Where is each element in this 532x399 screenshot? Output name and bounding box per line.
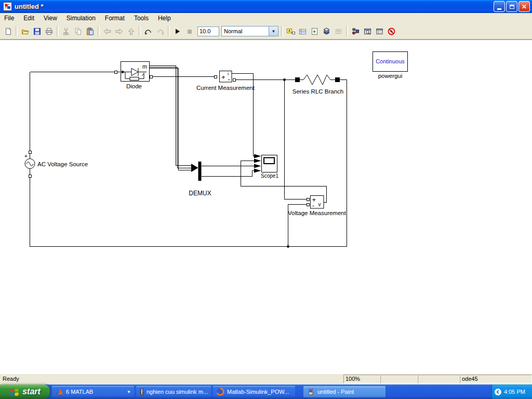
start-label: start [22, 387, 41, 396]
matlab-icon [55, 388, 63, 396]
menu-edit[interactable]: Edit [19, 14, 39, 23]
debug-icon[interactable] [350, 25, 362, 37]
menu-file[interactable]: File [0, 14, 19, 23]
sim-stop-time-input[interactable] [197, 26, 219, 36]
model-canvas[interactable]: m Diode + i - Current Measurement Series… [0, 39, 532, 374]
wire-junction-dot [287, 245, 289, 248]
taskbar-button-firefox[interactable]: Matlab-Simulink_POW... [213, 386, 295, 397]
toolbar: Normal ▼ [0, 23, 532, 39]
series-rlc-branch-block[interactable]: Series RLC Branch [292, 75, 343, 95]
play-icon[interactable] [171, 25, 183, 37]
wire-demux-out2-to-scope[interactable] [202, 171, 255, 177]
toolbar-separator [168, 26, 170, 36]
model-browser-icon[interactable] [297, 25, 309, 37]
start-button[interactable]: start [0, 384, 50, 399]
sim-mode-select[interactable]: Normal ▼ [221, 26, 278, 36]
menu-help[interactable]: Help [153, 14, 176, 23]
print-icon[interactable] [43, 25, 55, 37]
wire-right[interactable] [340, 80, 347, 247]
undo-icon[interactable] [142, 25, 154, 37]
menu-tools[interactable]: Tools [129, 14, 153, 23]
taskbar-button-winrar-doc[interactable]: nghien cuu simulink m... [136, 386, 211, 397]
library-browser-icon[interactable] [285, 25, 297, 37]
menu-format[interactable]: Format [100, 14, 129, 23]
wire-junction-to-vmplus[interactable] [285, 80, 307, 200]
minimize-button[interactable] [494, 1, 505, 12]
vm-minus-label: - [312, 202, 314, 209]
demux-input-arrow [191, 164, 198, 172]
ac-voltage-source-block[interactable]: + AC Voltage Source [24, 153, 88, 169]
sim-mode-value: Normal [222, 28, 269, 34]
port[interactable] [307, 203, 309, 206]
taskbar-button-matlab[interactable]: 6 MATLAB ▼ [52, 386, 134, 397]
port[interactable] [29, 175, 31, 177]
menu-view[interactable]: View [39, 14, 62, 23]
toolbar-separator [281, 26, 283, 36]
current-measurement-label[interactable]: Current Measurement [196, 85, 255, 91]
wire-mux-1[interactable] [150, 66, 191, 166]
model-explorer-icon[interactable] [374, 25, 385, 37]
port[interactable] [115, 71, 117, 73]
series-rlc-label[interactable]: Series RLC Branch [292, 88, 343, 95]
powergui-label[interactable]: powergui [378, 73, 403, 79]
collapse-tray-icon[interactable] [494, 388, 502, 396]
paint-icon [307, 388, 315, 396]
toolbar-separator [139, 26, 141, 36]
up-icon [125, 25, 137, 37]
port[interactable] [29, 151, 31, 154]
tray-clock: 4:05 PM [504, 389, 525, 395]
diode-label[interactable]: Diode [126, 83, 142, 89]
close-icon: ✕ [522, 3, 527, 10]
demux-label[interactable]: DEMUX [189, 190, 211, 197]
simulink-app-icon [3, 2, 12, 11]
wire-mux-2[interactable] [150, 67, 191, 168]
taskbar-button-label: untitled - Paint [317, 389, 354, 395]
update-diagram-icon[interactable] [309, 25, 321, 37]
status-message: Ready [3, 376, 19, 382]
close-button[interactable]: ✕ [518, 1, 530, 12]
voltage-measurement-label[interactable]: Voltage Measurement [288, 210, 347, 216]
new-icon[interactable] [2, 25, 14, 37]
ac-source-plus-label: + [24, 153, 28, 159]
title-bar: untitled * ✕ [0, 0, 532, 13]
port[interactable] [215, 75, 217, 78]
current-measurement-block[interactable]: + i - Current Measurement [196, 71, 255, 91]
port[interactable] [150, 75, 153, 78]
toolbar-separator [16, 26, 18, 36]
find-icon[interactable] [362, 25, 374, 37]
port[interactable] [307, 198, 309, 201]
menu-simulation[interactable]: Simulation [62, 14, 100, 23]
wire-mux-3[interactable] [150, 69, 191, 170]
restore-icon [510, 5, 514, 9]
taskbar-button-paint[interactable]: untitled - Paint [303, 386, 385, 397]
voltage-measurement-block[interactable]: + - v Voltage Measurement [288, 196, 347, 216]
build-icon[interactable] [321, 25, 332, 37]
back-icon [101, 25, 113, 37]
scope-input2-arrow [254, 159, 261, 163]
status-solver: ode45 [460, 375, 532, 383]
paste-icon[interactable] [84, 25, 96, 37]
powergui-block[interactable]: Continuous powergui [373, 52, 408, 79]
diode-block[interactable]: m Diode [121, 62, 150, 90]
open-icon[interactable] [19, 25, 31, 37]
chevron-down-icon[interactable]: ▼ [269, 26, 278, 36]
chevron-down-icon[interactable]: ▼ [127, 390, 131, 394]
ac-voltage-source-label[interactable]: AC Voltage Source [37, 161, 88, 167]
stop-icon [183, 25, 195, 37]
wire-junction-dot [283, 78, 286, 81]
toolbar-separator [98, 26, 100, 36]
save-icon[interactable] [31, 25, 43, 37]
copy-icon [72, 25, 84, 37]
powergui-mode-text: Continuous [376, 58, 405, 64]
port[interactable] [233, 78, 235, 81]
toolbar-separator [57, 26, 59, 36]
scope-block[interactable]: Scope1 [261, 155, 278, 179]
highlight-off-icon[interactable] [385, 25, 397, 37]
restore-button[interactable] [506, 1, 517, 12]
taskbar-button-label: 6 MATLAB [66, 389, 93, 395]
menu-bar: File Edit View Simulation Format Tools H… [0, 13, 532, 24]
scope-label[interactable]: Scope1 [261, 173, 278, 179]
build-all-icon [332, 25, 344, 37]
redo-icon [154, 25, 166, 37]
cm-plus-label: + [221, 73, 225, 81]
